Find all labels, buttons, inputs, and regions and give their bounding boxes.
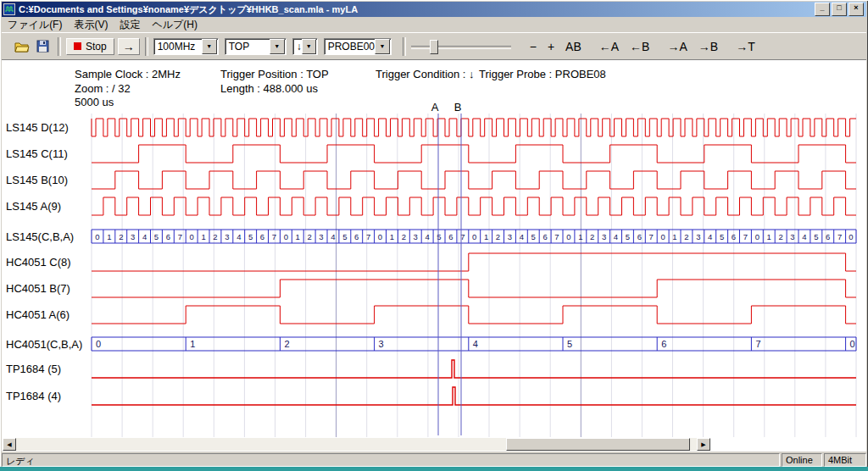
sample-clock-info: Sample Clock : 2MHz — [75, 68, 181, 80]
trigger-condition-info: Trigger Condition : ↓ — [376, 68, 475, 80]
chevron-down-icon[interactable]: ▼ — [202, 39, 217, 54]
window-controls: _ □ × — [815, 3, 864, 16]
zoom-out-button[interactable]: − — [527, 40, 539, 53]
save-button[interactable] — [32, 37, 53, 56]
menu-bar: ファイル(F)表示(V)設定ヘルプ(H) — [2, 17, 866, 32]
sample-clock-value: 100MHz — [154, 41, 202, 53]
status-bar: レディ Online 4MBit — [2, 452, 866, 467]
toolbar-separator — [145, 37, 148, 56]
toolbar-separator — [58, 37, 61, 56]
window-title: C:¥Documents and Settings¥noname¥デスクトップ¥… — [19, 3, 815, 16]
zoom-slider[interactable] — [411, 38, 511, 55]
stop-button[interactable]: Stop — [66, 38, 114, 55]
maximize-button[interactable]: □ — [832, 3, 847, 16]
scroll-right-button[interactable]: ▶ — [697, 438, 710, 451]
app-icon — [3, 3, 15, 15]
trigger-position-value: TOP — [225, 41, 270, 53]
jump-right-to-b-button[interactable]: →B — [696, 40, 721, 53]
open-file-button[interactable] — [12, 37, 32, 56]
run-button[interactable]: → — [118, 38, 140, 55]
toolbar: Stop → 100MHz ▼ TOP ▼ ↓ ▼ PROBE00 ▼ −+AB… — [2, 32, 866, 60]
minimize-button[interactable]: _ — [815, 3, 830, 16]
trigger-probe-value: PROBE00 — [325, 41, 375, 53]
sample-clock-select[interactable]: 100MHz ▼ — [153, 38, 219, 55]
stop-icon — [74, 42, 81, 50]
trigger-position-select[interactable]: TOP ▼ — [225, 38, 287, 55]
close-button[interactable]: × — [849, 3, 864, 16]
chevron-down-icon[interactable]: ▼ — [375, 39, 390, 54]
trigger-condition-select[interactable]: ↓ ▼ — [292, 38, 318, 55]
app-window: C:¥Documents and Settings¥noname¥デスクトップ¥… — [0, 0, 868, 471]
horizontal-scrollbar[interactable]: ◀ ▶ — [3, 438, 710, 451]
floppy-icon — [36, 40, 49, 53]
trigger-probe-select[interactable]: PROBE00 ▼ — [324, 38, 392, 55]
zoom-info: Zoom : / 32 — [75, 82, 131, 95]
status-memory-badge: 4MBit — [824, 453, 866, 467]
length-info: Length : 488.000 us — [220, 82, 318, 95]
marker-button-group: −+AB←A←B→A→B→T — [515, 40, 758, 53]
scroll-left-button[interactable]: ◀ — [3, 438, 16, 451]
menu-settings[interactable]: 設定 — [114, 17, 146, 33]
menu-view[interactable]: 表示(V) — [68, 17, 114, 33]
menu-file[interactable]: ファイル(F) — [2, 17, 68, 33]
trigger-condition-value: ↓ — [293, 41, 302, 53]
zoom-in-button[interactable]: + — [545, 40, 557, 53]
chevron-down-icon[interactable]: ▼ — [270, 39, 285, 54]
zoom-slider-track — [411, 46, 511, 49]
scrollbar-track[interactable] — [16, 438, 697, 451]
jump-to-trigger-button[interactable]: →T — [733, 40, 758, 53]
trigger-probe-info: Trigger Probe : PROBE08 — [479, 68, 606, 80]
stop-label: Stop — [86, 41, 107, 53]
status-online-badge: Online — [782, 453, 822, 467]
jump-right-to-a-button[interactable]: →A — [665, 40, 689, 53]
open-folder-icon — [14, 41, 30, 53]
scrollbar-thumb[interactable] — [506, 438, 690, 451]
desktop-edge — [0, 467, 868, 471]
jump-left-to-b-button[interactable]: ←B — [627, 40, 652, 53]
chevron-down-icon[interactable]: ▼ — [302, 39, 316, 54]
jump-left-to-a-button[interactable]: ←A — [597, 40, 621, 53]
ab-markers-button[interactable]: AB — [563, 40, 584, 53]
toolbar-separator — [403, 37, 406, 56]
waveform-panel — [2, 60, 866, 452]
zoom-slider-thumb[interactable] — [430, 40, 438, 54]
trigger-position-info: Trigger Position : TOP — [220, 68, 329, 80]
status-message: レディ — [2, 453, 780, 467]
menu-help[interactable]: ヘルプ(H) — [146, 17, 203, 33]
title-bar: C:¥Documents and Settings¥noname¥デスクトップ¥… — [2, 2, 866, 17]
